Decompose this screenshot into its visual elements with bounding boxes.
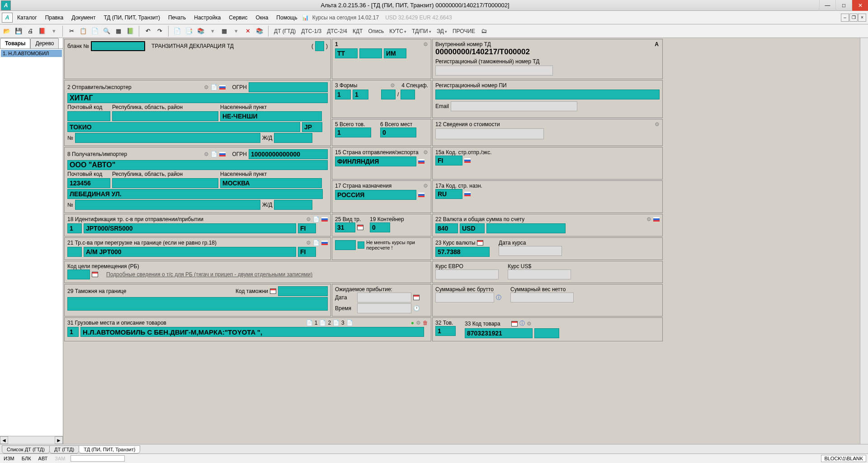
rate-date-input[interactable] [499, 246, 562, 256]
menu-edit[interactable]: Правка [42, 13, 67, 23]
doc-icon[interactable]: 📄 [346, 320, 353, 326]
f5-input[interactable]: 1 [335, 128, 371, 137]
f2-city[interactable]: НЕ-ЧЕНШИ [220, 111, 322, 121]
f6-input[interactable]: 0 [380, 128, 416, 137]
new-icon[interactable]: 📄 [172, 26, 182, 36]
status-avt[interactable]: АВТ [37, 456, 50, 461]
print-icon[interactable]: 🖨 [25, 26, 35, 36]
link-dts13[interactable]: ДТС-1/3 [299, 27, 323, 36]
doc-icon[interactable]: 📄 [313, 240, 320, 246]
menu-windows[interactable]: Окна [252, 13, 272, 23]
gross-input[interactable] [435, 293, 494, 302]
tt-input[interactable]: ТТ [335, 48, 358, 58]
info-icon[interactable]: ⓘ [496, 294, 501, 302]
close-button[interactable]: ✕ [852, 0, 868, 11]
scroll-right-icon[interactable]: ► [55, 436, 63, 444]
f8-city[interactable]: МОСКВА [220, 178, 322, 188]
f18-input[interactable]: JPT000/SR5000 [84, 223, 296, 233]
f2-ogrn-input[interactable] [249, 82, 328, 92]
doc-icon[interactable]: 📄 [313, 216, 320, 222]
link-tdpi[interactable]: ТД/ПИ [410, 27, 433, 36]
f32-input[interactable]: 1 [435, 326, 456, 336]
tab-tree[interactable]: Дерево [30, 38, 59, 48]
checkbox-keep-rates[interactable] [358, 241, 364, 249]
dropdown2-icon[interactable]: ▾ [208, 26, 217, 36]
f22-cur[interactable]: USD [460, 223, 485, 233]
save-icon[interactable]: 💾 [14, 26, 24, 36]
f22-sum[interactable] [486, 223, 566, 233]
net-input[interactable] [510, 293, 574, 302]
blank-input[interactable] [91, 41, 145, 51]
flag-icon[interactable] [653, 217, 660, 222]
f2-num[interactable] [75, 133, 260, 143]
info-icon[interactable]: ⓘ [519, 320, 525, 327]
doc-icon[interactable]: 📄 [319, 320, 326, 326]
vscroll[interactable] [860, 38, 868, 444]
f23-input[interactable]: 57.7388 [435, 247, 490, 257]
menu-settings[interactable]: Настройка [190, 13, 224, 23]
redo-icon[interactable]: ↷ [155, 26, 165, 36]
menu-service[interactable]: Сервис [225, 13, 251, 23]
mdi-restore[interactable]: ❐ [849, 14, 858, 22]
btab-list[interactable]: Список ДТ (ГТД) [2, 445, 50, 454]
book-icon[interactable]: 📗 [125, 26, 135, 36]
clock-icon[interactable]: 🕐 [413, 305, 420, 312]
f17a-input[interactable]: RU [435, 189, 462, 199]
list-item[interactable]: 1. Н.Л.АВТОМОБИЛ [1, 50, 62, 57]
f8-name[interactable]: ООО "АВТО" [67, 160, 328, 170]
f8-num[interactable] [75, 200, 260, 210]
f33-input[interactable]: 8703231921 [465, 328, 533, 338]
doc-icon[interactable]: 📄 [211, 151, 217, 157]
f33-extra[interactable] [534, 328, 559, 338]
link-dts24[interactable]: ДТС-2/4 [325, 27, 349, 36]
f21-code[interactable]: FI [298, 247, 316, 257]
link-opis[interactable]: Опись [366, 27, 386, 36]
gear-icon[interactable]: ⚙ [655, 121, 660, 128]
f8-rail[interactable] [274, 200, 312, 210]
date-input[interactable] [357, 293, 411, 302]
f15-input[interactable]: ФИНЛЯНДИЯ [335, 156, 416, 166]
gear-icon[interactable]: ⚙ [423, 149, 428, 156]
tab-goods[interactable]: Товары [0, 38, 30, 48]
cal-icon[interactable] [511, 321, 518, 326]
page-2[interactable]: 2 [328, 320, 331, 326]
stack-icon[interactable]: 📚 [255, 26, 264, 36]
f2-name[interactable]: ХИТАГ [67, 93, 328, 103]
link-dt[interactable]: ДТ (ГТД) [272, 27, 297, 36]
status-izm[interactable]: ИЗМ [2, 456, 16, 461]
f8-region[interactable] [112, 178, 218, 188]
extra-input[interactable] [335, 240, 356, 250]
panel-icon[interactable]: 🗂 [479, 26, 489, 36]
doc-icon[interactable]: 📄 [211, 84, 217, 90]
page-3[interactable]: 3 [341, 320, 344, 326]
dropdown3-icon[interactable]: ▾ [231, 26, 241, 36]
undo-icon[interactable]: ↶ [143, 26, 153, 36]
f29-code-input[interactable] [278, 286, 328, 296]
usd-input[interactable] [508, 269, 571, 279]
maximize-button[interactable]: □ [835, 0, 852, 11]
btab-td[interactable]: ТД (ПИ, ПИТ, Транзит) [79, 445, 140, 454]
delete-icon[interactable]: ✕ [243, 26, 253, 36]
link-kuts[interactable]: КУТС [387, 27, 408, 36]
f21-input[interactable]: А/М JPT000 [84, 247, 296, 257]
f8-street[interactable]: ЛЕБЕДИНАЯ УЛ. [67, 189, 323, 199]
gear-icon[interactable]: ⚙ [204, 151, 209, 157]
f29-input[interactable] [67, 297, 328, 311]
mdi-close[interactable]: × [858, 14, 866, 22]
f2-country[interactable]: JP [302, 122, 322, 132]
hscroll[interactable]: ◄ ► [0, 436, 63, 444]
f12-input[interactable] [435, 128, 544, 139]
doc-icon[interactable]: 📕 [37, 26, 47, 36]
f4-v2[interactable] [401, 90, 415, 99]
menu-td[interactable]: ТД (ПИ, ПИТ, Транзит) [100, 13, 164, 23]
paste-icon[interactable]: 📄 [90, 26, 100, 36]
mid-input[interactable] [359, 48, 382, 58]
f3-v2[interactable]: 1 [353, 90, 368, 99]
f8-post[interactable]: 123456 [67, 178, 110, 188]
paren-input[interactable] [315, 41, 324, 51]
f15a-input[interactable]: FI [435, 156, 462, 165]
find-icon[interactable]: 🔍 [102, 26, 112, 36]
link-ed[interactable]: ЭД [435, 27, 449, 36]
cut-icon[interactable]: ✂ [66, 26, 76, 36]
link-other[interactable]: ПРОЧИЕ [451, 27, 477, 36]
